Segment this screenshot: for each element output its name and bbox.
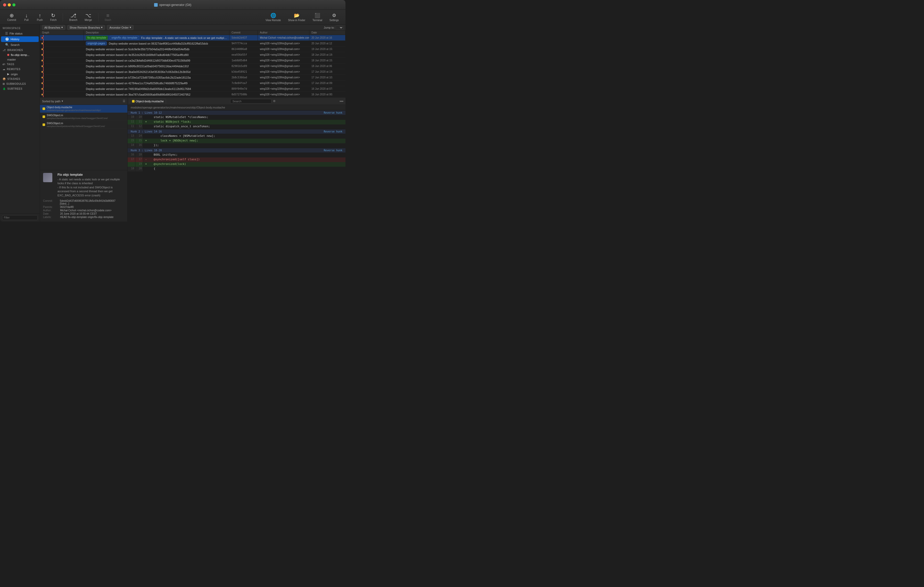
branch-button[interactable]: ⎇ Branch [66, 12, 81, 23]
commit-row[interactable]: fix-objc-templateorigin/fix-objc-templat… [40, 35, 345, 41]
hunk-title: Hunk 1 : Lines 10-12 [131, 111, 162, 114]
diff-line: 19+ @synchronized(lock) [128, 162, 345, 167]
view-remote-button[interactable]: 🌐 View Remote [263, 12, 283, 23]
file-status-label: File status [10, 32, 22, 35]
remote-origin-item[interactable]: ▶ origin [1, 72, 39, 77]
merge-button[interactable]: ⌥ Merge [81, 12, 95, 23]
remotes-header[interactable]: ☁ REMOTES [0, 67, 40, 72]
sidebar-item-file-status[interactable]: ☰ File status [1, 31, 39, 36]
commit-icon: ⊕ [10, 13, 14, 18]
file-item[interactable]: Object-body.mustachemodules/openapi-gene… [40, 105, 127, 113]
show-remote-label: Show Remote Branches [69, 26, 100, 29]
hunk-header: Hunk 3 : Lines 18-20Reverse hunk [128, 148, 345, 153]
commit-row[interactable]: Deploy website version based on b86f6c80… [40, 63, 345, 69]
diff-more-button[interactable]: ••• [340, 99, 343, 104]
date-cell: 20 Jun 2020 at 16 [309, 35, 345, 41]
commit-col-header: Commit [229, 30, 258, 35]
settings-label: Settings [330, 19, 339, 21]
origin-label: origin [11, 73, 18, 76]
file-name: Object-body.mustache [47, 106, 101, 109]
diff-settings-icon[interactable]: ⚙ [273, 99, 276, 103]
tags-header[interactable]: 🏷 TAGS [0, 62, 40, 67]
sidebar-item-search[interactable]: 🔍 Search [1, 42, 39, 48]
description-cell: Deploy website version based on 748190a0… [84, 86, 229, 92]
diff-panel: Object-body.mustache ⚙ ••• modules/opena… [128, 98, 345, 222]
commit-row[interactable]: Deploy website version based on 3ba0e053… [40, 69, 345, 75]
hunk-header: Hunk 2 : Lines 14-16Reverse hunk [128, 129, 345, 134]
subtrees-header[interactable]: 🌲 SUBTREES [0, 86, 40, 91]
ancestor-order-dropdown[interactable]: Ancestor Order ▾ [107, 25, 134, 30]
commit-hash-value: 5dedd2d437d6696387811fb5c69c841fd3d80697… [60, 199, 124, 205]
terminal-button[interactable]: ⬛ Terminal [310, 12, 325, 23]
workspace-label: WORKSPACE [0, 25, 40, 31]
graph-cell [40, 35, 84, 41]
branches-header[interactable]: ⎇ BRANCHES [0, 48, 40, 53]
history-label: History [11, 38, 19, 41]
reverse-hunk-button[interactable]: Reverse hunk [324, 111, 342, 114]
line-content: }); [143, 143, 345, 148]
ancestor-order-label: Ancestor Order [109, 26, 129, 29]
show-remote-dropdown[interactable]: Show Remote Branches ▾ [67, 25, 105, 30]
commit-row[interactable]: Deploy website version based on 5cdc9e9e… [40, 46, 345, 52]
graph-cell [40, 92, 84, 97]
sorted-by-chevron: ▾ [62, 99, 63, 103]
sidebar-item-history[interactable]: 🕐 History [1, 36, 39, 42]
settings-button[interactable]: ⚙ Settings [327, 12, 342, 23]
old-line-num: 13 [128, 134, 135, 139]
line-content: + @synchronized(lock) [143, 162, 345, 167]
fetch-button[interactable]: ↻ Fetch [47, 12, 59, 23]
maximize-button[interactable] [12, 3, 15, 7]
app-icon [154, 3, 158, 7]
minimize-button[interactable] [8, 3, 11, 7]
stash-button[interactable]: ≡ Stash [102, 12, 114, 23]
close-button[interactable] [3, 3, 6, 7]
jump-to-select[interactable] [336, 25, 343, 30]
commit-button[interactable]: ⊕ Commit [4, 12, 19, 23]
push-button[interactable]: ↑ Push [33, 12, 46, 23]
remotes-icon: ☁ [3, 68, 5, 71]
commit-row[interactable]: Deploy website version based on 42784ee1… [40, 81, 345, 86]
stash-label: Stash [105, 18, 111, 21]
stashes-icon: 📦 [3, 77, 6, 81]
ancestor-order-chevron: ▾ [130, 26, 131, 29]
branch-name: fix-objc-temp... [11, 53, 30, 56]
commit-row[interactable]: Deploy website version based on 748190a0… [40, 86, 345, 92]
stashes-header[interactable]: 📦 STASHES [0, 77, 40, 81]
commit-hash-cell: 7c0e04fea7 [229, 81, 258, 86]
date-cell: 18 Jun 2020 at 19: [309, 52, 345, 58]
commit-row[interactable]: Deploy website version based on 4e352cb2… [40, 52, 345, 58]
diff-search-bar: ⚙ [230, 99, 276, 104]
show-in-finder-button[interactable]: 📂 Show in Finder [285, 12, 308, 23]
diff-file-tab-1[interactable]: Object-body.mustache [130, 99, 166, 104]
branch-icon: ⎇ [70, 13, 76, 18]
commit-row[interactable]: origin/gh-pagesDeploy website version ba… [40, 41, 345, 46]
commit-row[interactable]: Deploy website version based on b729e1d7… [40, 75, 345, 81]
meta-parents-row: Parents: 06327da4f0 [43, 206, 124, 209]
branch-dot [7, 54, 9, 56]
diff-search-input[interactable] [230, 99, 271, 104]
commit-row[interactable]: Deploy website version based on ca3a23bf… [40, 58, 345, 63]
description-cell: Deploy website version based on 4e352cb2… [84, 52, 229, 58]
all-branches-dropdown[interactable]: All Branches ▾ [42, 25, 65, 30]
pull-button[interactable]: ↓ Pull [20, 12, 33, 23]
commit-row[interactable]: Deploy website version based on 3ba787c5… [40, 92, 345, 97]
old-line-num: 18 [128, 167, 135, 171]
commit-body-1: - A static set needs a static lock or we… [58, 178, 124, 186]
description-cell: Deploy website version based on 3ba787c5… [84, 92, 229, 97]
pull-label: Pull [24, 18, 29, 21]
parents-link[interactable]: 06327da4f0 [60, 206, 74, 209]
reverse-hunk-button[interactable]: Reverse hunk [324, 130, 342, 133]
file-item[interactable]: SWGObject.msamples/client/petstore/objc/… [40, 121, 127, 129]
filter-input[interactable] [2, 215, 38, 220]
reverse-hunk-button[interactable]: Reverse hunk [324, 149, 342, 152]
line-content: static NSMutableSet *classNames; [143, 115, 345, 120]
old-line-num: 11 [128, 120, 135, 125]
branch-item-fix-objc[interactable]: fix-objc-temp... [1, 53, 39, 57]
author-meta-label: Author: [43, 209, 59, 212]
finder-icon: 📂 [294, 13, 300, 18]
sorted-by-dropdown[interactable]: Sorted by path ▾ [42, 99, 63, 103]
branch-item-master[interactable]: master [1, 57, 39, 62]
file-item[interactable]: SWGObject.msamples/client/petstore/objc/… [40, 113, 127, 121]
submodules-header[interactable]: ⊞ SUBMODULES [0, 81, 40, 86]
file-list-menu[interactable]: ☰ [123, 99, 125, 103]
